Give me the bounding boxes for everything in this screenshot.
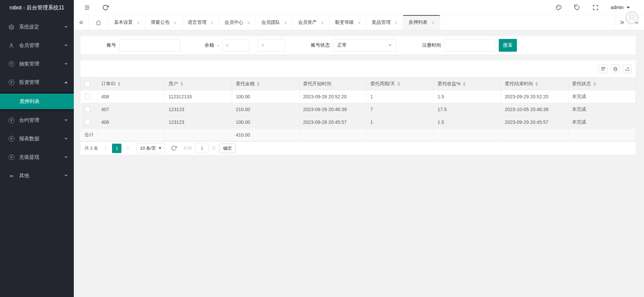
sidebar-item-3[interactable]: ¥ 投资管理 <box>0 73 74 92</box>
page-number-button[interactable]: 1 <box>112 144 121 153</box>
table-row: 407123123210.002023-09-28 20:46:39717.52… <box>81 103 636 116</box>
tab-6[interactable]: 裂变等级 × <box>330 15 367 30</box>
sum-cell <box>434 129 501 141</box>
fullscreen-icon[interactable] <box>592 4 599 11</box>
tabs-list: 基本设置 × 弹窗公告 × 语言管理 × 会员中心 × 会员团队 × 会员资产 … <box>109 15 440 30</box>
yen-circle-icon: ¥ <box>8 61 15 67</box>
goto-suffix: 页 <box>212 145 216 151</box>
tabs-scroll-left-icon[interactable] <box>74 15 89 30</box>
close-icon[interactable]: × <box>174 20 177 25</box>
close-icon[interactable]: × <box>321 20 324 25</box>
topbar: admin <box>74 0 644 15</box>
close-icon[interactable]: × <box>247 20 250 25</box>
chevron-up-icon <box>64 82 68 83</box>
user-menu[interactable]: admin <box>611 5 630 10</box>
confirm-button[interactable]: 确定 <box>219 144 236 153</box>
table-header-row: 订单ID用户委托金额委托开始时间委托周期/天委托收益%委托结束时间委托状态 <box>81 78 636 90</box>
theme-palette-icon[interactable] <box>555 4 562 11</box>
sort-icon[interactable] <box>593 82 596 86</box>
sort-icon[interactable] <box>535 82 538 86</box>
export-icon[interactable] <box>623 64 632 73</box>
sum-cell <box>568 129 636 141</box>
table-cell: 2023-09-29 20:45:57 <box>501 116 569 129</box>
sidebar-item-4[interactable]: ¥ 合约管理 <box>0 111 74 130</box>
tab-4[interactable]: 会员团队 × <box>256 15 293 30</box>
column-header: 委托开始时间 <box>299 78 367 90</box>
close-icon[interactable]: × <box>358 20 361 25</box>
row-checkbox-cell <box>81 116 98 129</box>
chevron-down-icon <box>64 175 68 177</box>
account-input[interactable] <box>119 39 180 52</box>
sort-icon[interactable] <box>118 82 120 86</box>
filter-columns-icon[interactable] <box>599 64 607 73</box>
tab-1[interactable]: 弹窗公告 × <box>146 15 182 30</box>
tab-3[interactable]: 会员中心 × <box>219 15 256 30</box>
chevron-down-icon <box>64 45 68 46</box>
tabs-dropdown-icon[interactable] <box>629 15 644 30</box>
column-header: 委托收益% <box>434 78 501 90</box>
chevron-down-icon <box>64 26 68 28</box>
row-checkbox[interactable] <box>85 94 90 99</box>
tab-8[interactable]: 质押列表 × <box>403 15 440 30</box>
table-toolbar <box>80 60 636 77</box>
close-icon[interactable]: × <box>211 20 214 25</box>
print-icon[interactable] <box>611 64 620 73</box>
collapse-menu-icon[interactable] <box>84 4 90 11</box>
chevron-down-icon <box>64 156 68 158</box>
table-cell: 7 <box>367 103 434 116</box>
account-label: 账号 <box>107 42 116 48</box>
goto-prefix: 到第 <box>183 145 192 151</box>
close-icon[interactable]: × <box>284 20 287 25</box>
page-size-select[interactable]: 10 条/页 <box>136 143 165 153</box>
column-header-label: 委托周期/天 <box>370 81 395 87</box>
column-header-label: 订单ID <box>101 81 115 87</box>
balance-label: 余额 <box>205 42 214 48</box>
refresh-icon[interactable] <box>102 4 109 11</box>
sort-icon[interactable] <box>257 82 260 86</box>
table-cell: 未完成 <box>568 90 636 103</box>
column-header: 委托状态 <box>568 78 636 90</box>
app-title: robot - 后台管理系统11 <box>0 0 74 15</box>
sidebar-item-6[interactable]: ¥ 充值提现 <box>0 148 74 166</box>
status-select[interactable]: 正常 <box>333 39 396 52</box>
table-cell: 2023-09-28 20:45:57 <box>299 116 367 129</box>
link-icon: ∞ <box>8 172 15 179</box>
sidebar-item-0[interactable]: 系统设定 <box>0 18 74 36</box>
sidebar-item-1[interactable]: 会员管理 <box>0 36 74 55</box>
table-cell: 112312133 <box>165 90 232 103</box>
sort-icon[interactable] <box>463 82 466 86</box>
sort-icon[interactable] <box>397 82 400 86</box>
goto-page-input[interactable] <box>195 144 209 153</box>
yen-circle-icon: ¥ <box>8 136 15 142</box>
sort-icon[interactable] <box>180 82 183 86</box>
balance-max-input[interactable] <box>258 39 285 52</box>
next-page-icon[interactable] <box>125 146 130 151</box>
sidebar-item-7[interactable]: ∞ 其他 <box>0 166 74 185</box>
tag-icon[interactable] <box>574 4 580 11</box>
tab-2[interactable]: 语言管理 × <box>182 15 219 30</box>
tabs-scroll-right-icon[interactable] <box>614 15 629 30</box>
user-icon <box>8 42 15 49</box>
balance-min-input[interactable] <box>222 39 249 52</box>
refresh-table-icon[interactable] <box>171 145 177 151</box>
row-checkbox[interactable] <box>85 119 90 125</box>
content-area: 账号 余额 - 账号状态 正常 注册时间 搜索 <box>74 30 644 297</box>
search-button[interactable]: 搜索 <box>499 39 517 52</box>
row-checkbox[interactable] <box>85 106 90 112</box>
tab-7[interactable]: 奖品管理 × <box>366 15 403 30</box>
home-tab-icon[interactable] <box>89 15 109 30</box>
yen-circle-icon: ¥ <box>8 79 15 86</box>
close-icon[interactable]: × <box>431 20 434 25</box>
table-cell: 100.00 <box>232 116 300 129</box>
close-icon[interactable]: × <box>394 20 397 25</box>
select-all-checkbox[interactable] <box>85 81 90 87</box>
tab-0[interactable]: 基本设置 × <box>109 15 146 30</box>
sidebar-item-2[interactable]: ¥ 抽奖管理 <box>0 55 74 73</box>
prev-page-icon[interactable] <box>103 146 108 151</box>
sidebar-subitem[interactable]: 质押列表 <box>0 94 74 109</box>
sidebar-item-5[interactable]: ¥ 报表数据 <box>0 130 74 148</box>
tab-5[interactable]: 会员资产 × <box>293 15 330 30</box>
register-time-input[interactable] <box>444 39 495 52</box>
close-icon[interactable]: × <box>137 20 140 25</box>
row-checkbox-cell <box>81 90 98 103</box>
